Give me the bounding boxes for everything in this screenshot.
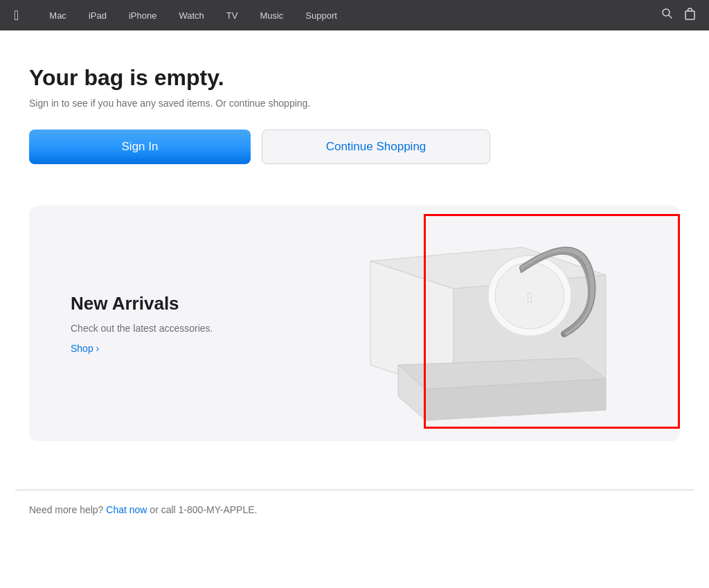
promo-description: Check out the latest accessories. xyxy=(71,323,213,334)
search-icon[interactable] xyxy=(662,8,672,22)
nav-right xyxy=(662,8,695,24)
promo-text: New Arrivals Check out the latest access… xyxy=(29,265,254,382)
footer-need-help-text: Need more help? xyxy=(29,504,103,515)
product-image-area:   xyxy=(254,206,680,441)
nav-item-iphone[interactable]: iPhone xyxy=(118,10,168,21)
product-illustration:   xyxy=(260,206,675,441)
shopping-bag-icon[interactable] xyxy=(685,8,695,24)
svg-text::  xyxy=(527,289,532,306)
nav-item-watch[interactable]: Watch xyxy=(168,10,215,21)
svg-line-1 xyxy=(669,15,672,18)
nav-item-support[interactable]: Support xyxy=(294,10,348,21)
bag-title: Your bag is empty. xyxy=(29,65,680,91)
footer: Need more help? Chat now or call 1-800-M… xyxy=(15,490,694,529)
nav-left: Mac iPad iPhone Watch TV Music Support xyxy=(14,8,348,24)
shop-link[interactable]: Shop › xyxy=(71,343,99,354)
sign-in-button[interactable]: Sign In xyxy=(29,130,251,164)
bag-subtitle: Sign in to see if you have any saved ite… xyxy=(29,98,680,109)
continue-shopping-button[interactable]: Continue Shopping xyxy=(262,130,490,164)
footer-call-text: or call 1-800-MY-APPLE. xyxy=(150,504,257,515)
apple-logo-icon[interactable] xyxy=(14,8,19,24)
nav-menu: Mac iPad iPhone Watch TV Music Support xyxy=(38,10,348,21)
chat-now-link[interactable]: Chat now xyxy=(106,504,147,515)
navigation: Mac iPad iPhone Watch TV Music Support xyxy=(0,0,709,30)
nav-item-music[interactable]: Music xyxy=(249,10,294,21)
nav-item-mac[interactable]: Mac xyxy=(38,10,78,21)
promo-section: New Arrivals Check out the latest access… xyxy=(29,206,680,441)
svg-rect-2 xyxy=(685,11,694,19)
main-content: Your bag is empty. Sign in to see if you… xyxy=(15,30,694,469)
button-row: Sign In Continue Shopping xyxy=(29,130,680,164)
nav-item-ipad[interactable]: iPad xyxy=(78,10,118,21)
promo-title: New Arrivals xyxy=(71,293,213,314)
nav-item-tv[interactable]: TV xyxy=(215,10,249,21)
